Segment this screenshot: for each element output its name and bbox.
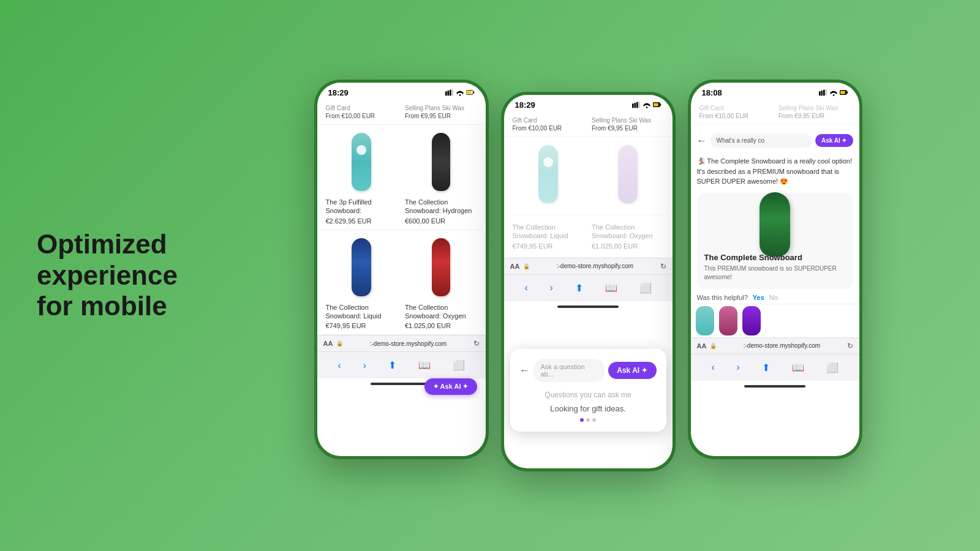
product-card-hydrogen[interactable]: The Collection Snowboard: Hydrogen €600,…: [401, 125, 481, 230]
phone-2-browser-aa[interactable]: AA: [510, 263, 520, 270]
svg-point-12: [646, 107, 647, 108]
pagination-dots: [520, 418, 657, 422]
p3-nav-forward[interactable]: ›: [737, 362, 740, 373]
phone-2-reload-icon[interactable]: ↻: [660, 262, 666, 271]
product-name-oxygen: The Collection Snowboard: Oxygen: [405, 303, 477, 321]
chat-ask-ai-button[interactable]: Ask AI ✦: [608, 362, 656, 379]
board-blue-liquid-icon: [352, 238, 371, 296]
helpful-no-button[interactable]: No: [769, 294, 778, 301]
phone-3-status-bar: 18:08: [691, 83, 859, 100]
phone-3-top-products: Gift Card From €10,00 EUR Selling Plans …: [691, 100, 859, 125]
svg-rect-7: [473, 91, 473, 94]
phone-1-time: 18:29: [328, 88, 349, 97]
helpful-label: Was this helpful?: [697, 294, 748, 301]
strip-board-2: [719, 306, 737, 335]
phone-3-time: 18:08: [702, 88, 722, 97]
home-bar: [371, 383, 432, 385]
ai-product-card[interactable]: The Complete Snowboard This PREMIUM snow…: [697, 193, 853, 289]
ai-product-description: This PREMIUM snowboard is so SUPERDUPER …: [704, 264, 846, 282]
product-card-3p-fulfilled[interactable]: The 3p Fulfilled Snowboard: €2.629,95 EU…: [322, 125, 402, 230]
chat-suggestions-title: Questions you can ask me: [520, 391, 657, 399]
p3-nav-tabs[interactable]: ⬜: [826, 362, 839, 373]
p2-nav-tabs[interactable]: ⬜: [639, 282, 652, 294]
product-img-liquid: [326, 235, 398, 299]
browser-aa-icon[interactable]: AA: [323, 340, 333, 347]
phone-2-bottom-nav: ‹ › ⬆ 📖 ⬜: [504, 274, 673, 301]
phone-3-browser-url[interactable]: :-demo-store.myshopify.com: [720, 342, 843, 349]
phone-1-bottom-nav: ‹ › ⬆ 📖 ⬜: [317, 351, 486, 378]
svg-rect-18: [823, 90, 825, 96]
ai-ask-ai-button[interactable]: Ask AI ✦: [815, 134, 853, 147]
phone-3-bottom-nav: ‹ › ⬆ 📖 ⬜: [691, 354, 859, 381]
main-content: Optimized experience for mobile 18:29: [0, 0, 980, 551]
svg-rect-23: [846, 91, 847, 94]
product-name-liquid: The Collection Snowboard: Liquid: [326, 303, 398, 321]
product-card-oxygen[interactable]: The Collection Snowboard: Oxygen €1.025,…: [401, 230, 481, 335]
svg-rect-2: [450, 90, 451, 96]
svg-rect-10: [636, 102, 638, 108]
p2-nav-share[interactable]: ⬆: [575, 282, 583, 294]
dot-3: [592, 418, 596, 422]
phone-1-product-grid: The 3p Fulfilled Snowboard: €2.629,95 EU…: [317, 125, 486, 335]
svg-rect-8: [632, 103, 634, 108]
phones-container: 18:29 Gift Card From €10,00 EUR Selling …: [233, 80, 943, 471]
phone-3-status-icons: [819, 88, 848, 97]
nav-bookmarks-icon[interactable]: 📖: [418, 359, 431, 371]
phone-3-ai-panel: ← What's a really co Ask AI ✦ 🏂 The Comp…: [691, 125, 859, 304]
nav-tabs-icon[interactable]: ⬜: [453, 359, 465, 371]
phone-3: 18:08 Gift Card From €10,00 EUR Selling …: [688, 80, 862, 459]
phone-3-reload-icon[interactable]: ↻: [847, 342, 853, 350]
svg-rect-11: [638, 102, 640, 108]
p3-nav-share[interactable]: ⬆: [762, 362, 770, 373]
ask-ai-label: Ask AI ✦: [440, 383, 469, 391]
ask-ai-floating-button[interactable]: ✦ Ask AI ✦: [424, 378, 477, 395]
ai-input-box[interactable]: What's a really co: [710, 133, 812, 148]
product-name-hydrogen: The Collection Snowboard: Hydrogen: [405, 198, 477, 216]
phone-2-browser-url[interactable]: :-demo-store.myshopify.com: [533, 263, 656, 269]
svg-rect-1: [447, 91, 449, 96]
product-img-oxygen: [405, 235, 477, 299]
p2-nav-forward[interactable]: ›: [550, 282, 553, 293]
chat-ask-ai-label: Ask AI ✦: [617, 366, 647, 375]
strip-board-3: [742, 306, 761, 335]
phone-3-bottom-strip: [691, 304, 859, 337]
svg-rect-16: [819, 91, 821, 96]
phone-3-home-indicator: [691, 381, 859, 392]
phone-2-status-icons: [632, 100, 662, 109]
browser-lock-icon: 🔒: [336, 340, 343, 347]
product-card-liquid[interactable]: The Collection Snowboard: Liquid €749,95…: [322, 230, 402, 335]
product-price-liquid: €749,95 EUR: [326, 322, 398, 329]
phone-1-ski-wax: Selling Plans Ski Wax From €9,95 EUR: [401, 102, 481, 122]
svg-rect-14: [654, 103, 658, 107]
browser-reload-icon[interactable]: ↻: [473, 339, 480, 348]
product-img-hydrogen: [405, 130, 477, 194]
nav-forward-icon[interactable]: ›: [363, 360, 366, 371]
ai-product-name: The Complete Snowboard: [704, 253, 846, 262]
dot-1: [580, 418, 584, 422]
phone-2-gift-card: Gift Card From €10,00 EUR: [509, 114, 589, 134]
home-bar-2: [557, 305, 619, 308]
product-price-3p: €2.629,95 EUR: [326, 217, 398, 225]
chat-input-field[interactable]: Ask a question ab...: [533, 359, 605, 382]
phone-1-status-icons: [445, 88, 475, 97]
helpful-yes-button[interactable]: Yes: [753, 294, 764, 301]
p3-nav-back[interactable]: ‹: [711, 362, 714, 373]
hero-text: Optimized experience for mobile: [37, 229, 208, 322]
p2-nav-back[interactable]: ‹: [524, 282, 527, 293]
svg-point-20: [832, 94, 834, 96]
browser-url[interactable]: :-demo-store.myshopify.com: [347, 340, 469, 347]
phone-1-inner: 18:29 Gift Card From €10,00 EUR Selling …: [317, 83, 486, 456]
phone-1-status-bar: 18:29: [317, 83, 486, 100]
phone-3-browser-aa[interactable]: AA: [697, 342, 707, 350]
chat-suggestion-text[interactable]: Looking for gift ideas.: [520, 404, 657, 413]
p2-nav-bookmarks[interactable]: 📖: [605, 282, 617, 294]
nav-back-icon[interactable]: ‹: [337, 360, 341, 371]
nav-share-icon[interactable]: ⬆: [388, 359, 396, 371]
phone-2-ski-wax: Selling Plans Ski Wax From €9,95 EUR: [588, 114, 668, 134]
ai-back-icon[interactable]: ←: [697, 135, 707, 146]
chat-back-icon[interactable]: ←: [520, 365, 530, 376]
product-name-3p: The 3p Fulfilled Snowboard:: [326, 198, 398, 216]
p3-nav-bookmarks[interactable]: 📖: [792, 362, 804, 373]
phone-2-browser-bar: AA 🔒 :-demo-store.myshopify.com ↻: [504, 258, 673, 274]
product-card-p2-3: The Collection Snowboard: Liquid €749,95…: [509, 216, 589, 258]
